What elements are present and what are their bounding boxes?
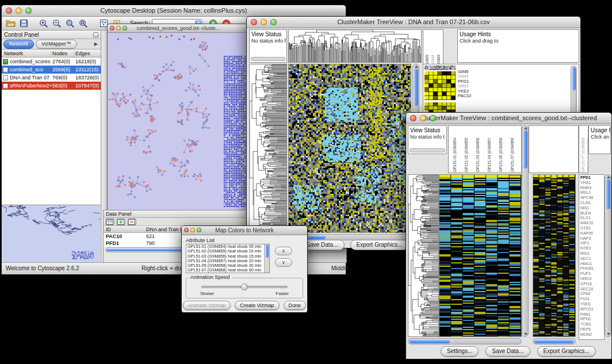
gene-label[interactable]: PFD1 (580, 175, 604, 181)
move-up-button[interactable]: ∧ (275, 247, 292, 255)
column-label[interactable]: GPL51-03 (GSM856 (475, 126, 480, 172)
select-attributes-icon[interactable] (105, 219, 114, 225)
tab-network[interactable]: Network (3, 40, 34, 49)
gene-label[interactable]: PUF3 (580, 271, 604, 277)
minimize-icon[interactable] (261, 19, 267, 25)
zoom-in-icon[interactable] (38, 18, 49, 29)
gene-label[interactable]: YRA1 (580, 181, 604, 186)
gene-list-vscrollbar[interactable] (605, 174, 611, 337)
correlation-matrix-canvas[interactable] (424, 71, 456, 100)
gene-label[interactable]: VIP1 (580, 241, 604, 246)
gene-label[interactable]: GPI16 (580, 282, 604, 287)
network-row[interactable]: DNA and Tran 07 769(0) 183728(0) (2, 74, 101, 82)
minimize-icon[interactable] (116, 26, 121, 30)
minimize-icon[interactable] (420, 115, 426, 121)
gene-label[interactable]: MAK31 (580, 221, 604, 226)
network-row[interactable]: combined_scores 2764(0) 16218(0) (2, 58, 101, 66)
scroll-up-arrow[interactable] (607, 176, 610, 178)
gene-label[interactable]: ELG1 (580, 216, 604, 221)
heatmap-canvas[interactable] (289, 64, 411, 232)
tab-vizmapper[interactable]: VizMapper™ (36, 40, 77, 49)
gene-label[interactable]: HAP3 (580, 236, 604, 242)
treeview1-titlebar[interactable]: ClusterMaker TreeView : DNA and Tran 07-… (247, 17, 580, 28)
cytoscape-titlebar[interactable]: Cytoscape Desktop (Session Name: collins… (2, 5, 346, 17)
network-canvas[interactable] (108, 33, 249, 214)
dialog-titlebar[interactable]: Map Colors to Network (182, 226, 307, 235)
treeview2-titlebar[interactable]: ClusterMaker TreeView : combined_scores_… (406, 113, 611, 124)
maximize-icon[interactable] (197, 228, 201, 232)
export-graphics-button[interactable]: Export Graphics... (350, 240, 409, 250)
maximize-icon[interactable] (270, 19, 277, 25)
scrollbar-thumb[interactable] (410, 339, 450, 343)
column-label[interactable]: GIM4 (430, 30, 435, 64)
attribute-list[interactable]: GPL51-01 (GSM854) heat shock 05 minGPL51… (186, 244, 270, 273)
close-icon[interactable] (6, 7, 12, 14)
zoom-strip-canvas[interactable] (424, 66, 456, 70)
save-data-button[interactable]: Save Data... (485, 346, 530, 357)
gene-label[interactable]: RPN1 (580, 317, 604, 322)
column-label[interactable]: GPL51-02 (GSM855 (464, 126, 469, 172)
column-dendrogram-canvas[interactable] (289, 30, 421, 62)
row-dendrogram-canvas[interactable] (408, 175, 438, 336)
gene-label[interactable]: MON2 (580, 332, 604, 338)
gene-label[interactable]: MSI1 (580, 251, 604, 256)
heatmap-canvas[interactable] (439, 175, 521, 336)
create-vizmap-button[interactable]: Create Vizmap (235, 301, 279, 310)
scroll-up-arrow[interactable] (524, 127, 527, 129)
gene-label[interactable]: SEC1 (580, 256, 604, 262)
gene-label[interactable]: BUD4 (580, 211, 604, 216)
header-network[interactable]: Network (2, 51, 51, 56)
animate-vizmap-button[interactable]: Animate Vizmap (183, 301, 231, 310)
scrollbar-thumb[interactable] (534, 339, 573, 343)
gene-label[interactable]: PAN1 (580, 312, 604, 317)
gene-label[interactable]: KAP95 (580, 231, 604, 236)
view-status-scrollbar[interactable] (251, 57, 285, 61)
column-label[interactable]: GPL51-05 (GSM858 (498, 126, 503, 172)
speed-slider[interactable] (201, 286, 288, 288)
global-hscrollbar[interactable] (533, 338, 576, 344)
float-panel-icon[interactable] (93, 32, 98, 37)
gene-label[interactable]: RNR4 (580, 186, 604, 191)
header-nodes[interactable]: Nodes (51, 51, 74, 56)
scroll-down-arrow[interactable] (524, 333, 527, 335)
heatmap-hscrollbar[interactable] (408, 338, 522, 344)
zoom-selected-icon[interactable] (64, 18, 76, 29)
maximize-icon[interactable] (430, 115, 436, 121)
minimize-icon[interactable] (190, 228, 195, 232)
matrix-gene-label[interactable]: PAC10 (458, 94, 471, 98)
network-row[interactable]: combined_sco 2569(6) 13112(15) (2, 66, 101, 74)
attribute-item[interactable]: GPL51-07 (GSM868) heat shock 60 min (186, 268, 269, 273)
gene-label[interactable]: SEC24 (580, 287, 604, 292)
slider-thumb[interactable] (241, 283, 248, 290)
gene-label[interactable]: PHO81 (580, 266, 604, 271)
column-label[interactable]: GIM3 (436, 30, 441, 64)
global-heatmap-canvas[interactable] (533, 175, 575, 336)
gene-label[interactable]: MSL1 (580, 190, 604, 196)
gene-label[interactable]: PEP5 (580, 327, 604, 332)
network-row[interactable]: sRNAPuberNov2+ 563(0) 107847(0) (2, 82, 101, 90)
gene-label[interactable]: GTB1 (580, 226, 604, 231)
move-down-button[interactable]: ∨ (275, 258, 292, 267)
scrollbar-thumb[interactable] (572, 67, 576, 90)
create-attribute-icon[interactable] (116, 219, 125, 225)
gene-label[interactable]: YSH1 (580, 302, 604, 307)
column-label[interactable]: GPL51-04 (GSM857 (487, 126, 492, 172)
zoom-out-icon[interactable] (51, 18, 63, 29)
gene-label[interactable]: FIG4 (580, 297, 604, 302)
export-graphics-button[interactable]: Export Graphics... (537, 346, 596, 357)
scrollbar-thumb[interactable] (265, 245, 269, 258)
save-session-icon[interactable] (18, 18, 29, 29)
gene-label[interactable]: SPC98 (580, 196, 604, 201)
maximize-icon[interactable] (123, 26, 127, 30)
gene-label[interactable]: NIS1 (580, 206, 604, 211)
gene-label[interactable]: CLN1 (580, 201, 604, 206)
maximize-icon[interactable] (25, 7, 32, 14)
close-icon[interactable] (251, 19, 257, 25)
scrollbar-thumb[interactable] (523, 131, 527, 168)
column-label[interactable]: YKE2 (442, 30, 443, 64)
gene-label[interactable]: HRD3 (580, 277, 604, 282)
gene-label[interactable]: RPO21 (580, 307, 604, 312)
column-label[interactable]: GIM5 (424, 30, 430, 64)
zoom-fit-icon[interactable] (78, 18, 89, 29)
column-label[interactable]: GPL51-07 (GSM868 (580, 127, 586, 172)
